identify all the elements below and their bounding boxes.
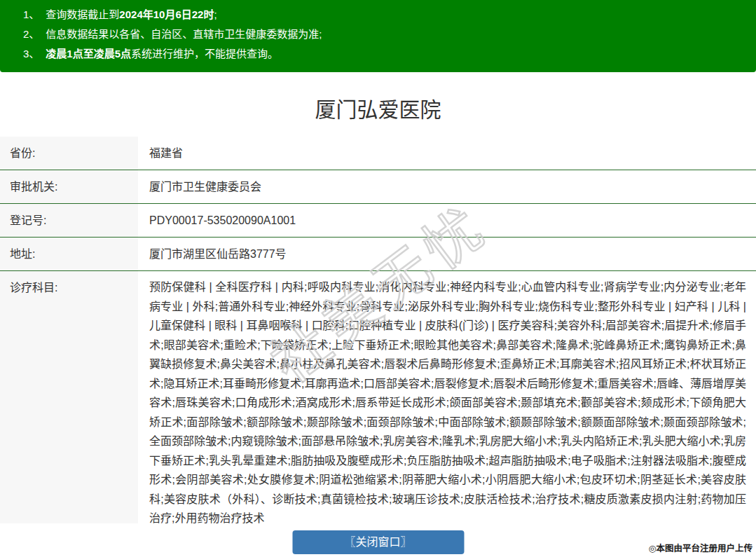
upload-attribution-watermark: ◎本图由平台注册用户上传 (649, 541, 752, 554)
notice-item-2: 2、信息数据结果以各省、自治区、直辖市卫生健康委数据为准; (23, 25, 742, 44)
row-label: 省份: (0, 137, 138, 170)
notice-item-3: 3、凌晨1点至凌晨5点系统进行维护，不能提供查询。 (23, 44, 742, 64)
notice-item-text: ; (214, 8, 217, 20)
info-table: 省份: 福建省 审批机关: 厦门市卫生健康委员会 登记号: PDY00017-5… (0, 137, 756, 535)
row-value: 厦门市卫生健康委员会 (138, 170, 756, 203)
row-label: 审批机关: (0, 170, 138, 203)
table-row-address: 地址: 厦门市湖里区仙岳路3777号 (0, 238, 756, 271)
row-value: 厦门市湖里区仙岳路3777号 (138, 238, 756, 270)
row-value: 福建省 (138, 137, 756, 170)
row-label: 登记号: (0, 204, 138, 237)
row-value: PDY00017-535020090A1001 (138, 204, 756, 237)
notice-item-text: 系统进行维护，不能提供查询。 (131, 48, 278, 60)
table-row-medical-departments: 诊疗科目: 预防保健科 | 全科医疗科 | 内科;呼吸内科专业;消化内科专业;神… (0, 271, 756, 535)
notice-item-bold-text: 凌晨1点至凌晨5点 (46, 48, 131, 60)
notice-item-text: 信息数据结果以各省、自治区、直辖市卫生健康委数据为准; (46, 28, 322, 40)
notice-item-number: 1、 (23, 8, 39, 20)
notice-item-number: 3、 (23, 48, 39, 60)
notice-item-bold-text: 2024年10月6日22时 (119, 8, 214, 20)
notice-banner: 1、查询数据截止到2024年10月6日22时; 2、信息数据结果以各省、自治区、… (0, 0, 756, 72)
row-label: 诊疗科目: (0, 271, 138, 535)
table-row-registration-number: 登记号: PDY00017-535020090A1001 (0, 204, 756, 238)
notice-item-1: 1、查询数据截止到2024年10月6日22时; (23, 5, 742, 25)
page-root: 1、查询数据截止到2024年10月6日22时; 2、信息数据结果以各省、自治区、… (0, 0, 756, 557)
notice-item-text: 查询数据截止到 (46, 8, 119, 20)
row-value: 预防保健科 | 全科医疗科 | 内科;呼吸内科专业;消化内科专业;神经内科专业;… (138, 271, 756, 535)
page-title: 厦门弘爱医院 (0, 95, 756, 125)
table-row-province: 省份: 福建省 (0, 137, 756, 170)
close-window-button[interactable]: 〖关闭窗口〗 (292, 530, 464, 554)
row-label: 地址: (0, 238, 138, 270)
notice-item-number: 2、 (23, 28, 39, 40)
table-row-approval-authority: 审批机关: 厦门市卫生健康委员会 (0, 170, 756, 204)
footer-bar: 〖关闭窗口〗 ◎本图由平台注册用户上传 (0, 523, 756, 557)
